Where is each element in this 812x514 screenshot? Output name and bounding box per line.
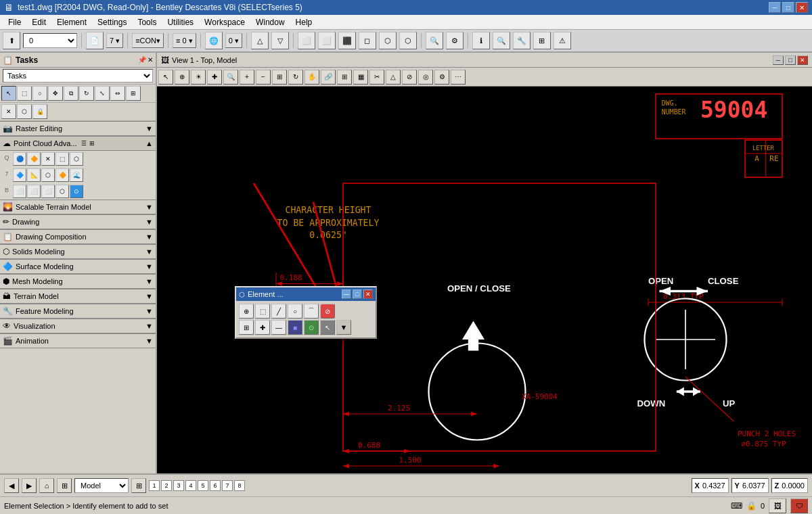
- page-tab-4[interactable]: 4: [185, 480, 196, 491]
- dialog-btn-special[interactable]: ⊘: [320, 304, 335, 319]
- cad-tb-tri[interactable]: △: [386, 70, 401, 85]
- tb-search[interactable]: 🔍: [493, 32, 510, 49]
- tool-group[interactable]: ⊞: [126, 86, 141, 101]
- cad-tb-arrow[interactable]: ↖: [158, 70, 173, 85]
- section-point-cloud[interactable]: ☁ Point Cloud Adva... ☰ ⊞ ▲: [0, 136, 156, 151]
- cad-tb-link[interactable]: 🔗: [321, 70, 336, 85]
- dialog-arrow-dropdown[interactable]: ▼: [336, 320, 351, 335]
- pc-tool-a1[interactable]: 🔷: [13, 168, 26, 182]
- pc-tool-a5[interactable]: 🌊: [70, 168, 83, 182]
- dialog-minimize[interactable]: —: [342, 289, 351, 299]
- nav-layout[interactable]: ⊞: [57, 478, 72, 493]
- cad-tb-cross[interactable]: ✚: [207, 70, 222, 85]
- cad-tb-pan[interactable]: ✋: [304, 70, 319, 85]
- page-tab-7[interactable]: 7: [222, 480, 233, 491]
- page-tab-3[interactable]: 3: [173, 480, 184, 491]
- cad-tb-extra[interactable]: ⋯: [451, 70, 466, 85]
- tool-circle[interactable]: ○: [32, 86, 47, 101]
- page-tab-8[interactable]: 8: [234, 480, 245, 491]
- view-close[interactable]: ✕: [797, 55, 808, 65]
- tb-plus[interactable]: ⊞: [533, 32, 551, 49]
- tb-square3[interactable]: ⬛: [338, 32, 356, 49]
- section-scalable-terrain[interactable]: 🌄 Scalable Terrain Model ▼: [0, 200, 156, 214]
- menu-window[interactable]: Window: [250, 16, 290, 28]
- pc-tool-b4[interactable]: ⬡: [55, 185, 69, 198]
- menu-workspace[interactable]: Workspace: [199, 16, 250, 28]
- page-tab-2[interactable]: 2: [161, 480, 172, 491]
- section-drawing-composition[interactable]: 📋 Drawing Composition ▼: [0, 229, 156, 244]
- menu-utilities[interactable]: Utilities: [162, 16, 199, 28]
- pc-tool-b5[interactable]: ⊙: [70, 185, 83, 198]
- con-combo[interactable]: ≡CON▾: [132, 33, 164, 48]
- cad-tb-sun[interactable]: ☀: [191, 70, 206, 85]
- tool-delete[interactable]: ✕: [1, 104, 16, 119]
- tool-move[interactable]: ✥: [48, 86, 63, 101]
- tb-down-arr[interactable]: ▽: [271, 32, 289, 49]
- section-visualization[interactable]: 👁 Visualization ▼: [0, 319, 156, 333]
- dialog-btn-color[interactable]: ■: [288, 320, 302, 335]
- section-raster-editing[interactable]: 📷 Raster Editing ▼: [0, 121, 156, 136]
- menu-element[interactable]: Element: [51, 16, 92, 28]
- cad-tb-zoom[interactable]: 🔍: [223, 70, 238, 85]
- tb-up-arr[interactable]: △: [251, 32, 269, 49]
- tb-hex2[interactable]: ⬡: [399, 32, 417, 49]
- tb-arrow-btn[interactable]: ⬆: [3, 32, 20, 49]
- pc-tool5[interactable]: ⬡: [70, 152, 83, 166]
- dialog-btn-arc[interactable]: ⌒: [304, 304, 319, 319]
- cad-tb-target[interactable]: ⊕: [175, 70, 189, 85]
- menu-tools[interactable]: Tools: [132, 16, 162, 28]
- tb-warn[interactable]: ⚠: [554, 32, 571, 49]
- level-num-combo[interactable]: 7 ▾: [106, 33, 123, 48]
- section-animation[interactable]: 🎬 Animation ▼: [0, 333, 156, 348]
- section-terrain-model[interactable]: 🏔 Terrain Model ▼: [0, 289, 156, 304]
- cad-tb-layers[interactable]: ⊞: [337, 70, 352, 85]
- pc-tool-a3[interactable]: ⬡: [41, 168, 55, 182]
- section-drawing[interactable]: ✏ Drawing ▼: [0, 214, 156, 229]
- pc-tool3[interactable]: ✕: [41, 152, 55, 166]
- page-tab-6[interactable]: 6: [210, 480, 221, 491]
- menu-settings[interactable]: Settings: [92, 16, 132, 28]
- tool-fence[interactable]: ⬡: [17, 104, 32, 119]
- menu-file[interactable]: File: [3, 16, 26, 28]
- tb-globe[interactable]: 🌐: [205, 32, 223, 49]
- tb-mag[interactable]: 🔍: [426, 32, 443, 49]
- section-surface-modeling[interactable]: 🔷 Surface Modeling ▼: [0, 259, 156, 274]
- tb-square[interactable]: ⬜: [298, 32, 315, 49]
- dialog-btn-arrow[interactable]: ↖: [320, 320, 335, 335]
- dialog-btn-circle[interactable]: ○: [288, 304, 302, 319]
- tasks-close[interactable]: ✕: [148, 56, 153, 64]
- close-button[interactable]: ✕: [796, 2, 808, 13]
- lock-icon[interactable]: 🔒: [746, 501, 757, 511]
- bottom-btn2[interactable]: 🛡: [790, 498, 808, 513]
- section-feature-modeling[interactable]: 🔧 Feature Modeling ▼: [0, 304, 156, 319]
- cad-tb-diag[interactable]: ⊘: [402, 70, 417, 85]
- zero-combo2[interactable]: 0 ▾: [225, 33, 242, 48]
- tasks-dropdown[interactable]: Tasks: [3, 69, 153, 83]
- tb-settings[interactable]: ⚙: [446, 32, 464, 49]
- tool-scale[interactable]: ⤡: [95, 86, 110, 101]
- minimize-button[interactable]: ─: [769, 2, 781, 13]
- pc-tool2[interactable]: 🔶: [27, 152, 41, 166]
- pc-tool1[interactable]: 🔵: [13, 152, 26, 166]
- zero-combo1[interactable]: ≡ 0 ▾: [173, 33, 196, 48]
- tb-square2[interactable]: ⬜: [318, 32, 336, 49]
- view-maximize[interactable]: □: [785, 55, 796, 65]
- tb-btn1[interactable]: 📄: [86, 32, 104, 49]
- dialog-close[interactable]: ✕: [363, 289, 373, 299]
- cad-tb-zoomm[interactable]: −: [256, 70, 271, 85]
- nav-back[interactable]: ◀: [4, 478, 19, 493]
- tb-square4[interactable]: ◻: [359, 32, 376, 49]
- dialog-btn-minus[interactable]: —: [271, 320, 286, 335]
- cad-canvas[interactable]: DWG. NUMBER 59004 LETTER A RE CHARACTER …: [157, 87, 812, 473]
- cad-tb-grid[interactable]: ⊞: [272, 70, 287, 85]
- dialog-maximize[interactable]: □: [353, 289, 362, 299]
- dialog-btn-line[interactable]: ╱: [271, 304, 286, 319]
- level-combo[interactable]: 0: [23, 33, 77, 48]
- nav-model-btn[interactable]: ⊞: [131, 478, 146, 493]
- tool-mirror[interactable]: ⇔: [110, 86, 125, 101]
- pc-tool4[interactable]: ⬚: [55, 152, 69, 166]
- tool-poly[interactable]: ⬚: [17, 86, 32, 101]
- tb-info[interactable]: ℹ: [472, 32, 490, 49]
- tool-lock[interactable]: 🔒: [32, 104, 47, 119]
- pc-tool-a4[interactable]: 🔶: [55, 168, 69, 182]
